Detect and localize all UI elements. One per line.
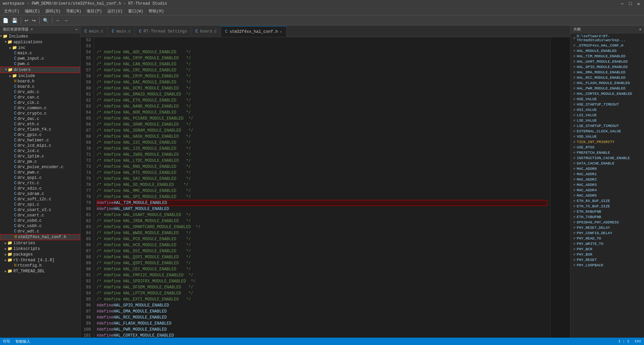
sidebar-item-0[interactable]: ▼ 📁 Includes — [0, 33, 80, 39]
sidebar-item-21[interactable]: C drv_lcd.c — [0, 148, 80, 154]
toolbar-back[interactable]: ← — [54, 17, 62, 24]
right-panel-item-39[interactable]: # PHY_BCR — [571, 247, 644, 252]
sidebar-item-41[interactable]: ▶ 📁 rt-thread [4.1.0] — [0, 257, 80, 263]
right-panel-item-10[interactable]: # HAL_CORTEX_MODULE_ENABLED — [571, 91, 644, 96]
sidebar-item-20[interactable]: C drv_lcd_mipi.c — [0, 143, 80, 148]
tab-2[interactable]: C RT-Thread Settings — [135, 26, 192, 37]
sidebar-item-22[interactable]: C drv_lptim.c — [0, 154, 80, 159]
sidebar-item-36[interactable]: C drv_wdt.c — [0, 229, 80, 234]
right-panel-item-13[interactable]: # HSI_VALUE — [571, 107, 644, 113]
sidebar-item-40[interactable]: ▶ 📁 packages — [0, 252, 80, 257]
maximize-button[interactable]: □ — [628, 1, 633, 7]
right-panel-item-35[interactable]: # PHY_RESET_DELAY — [571, 225, 644, 230]
menu-item-h[interactable]: 帮助(H) — [146, 8, 167, 15]
toolbar-forward[interactable]: → — [62, 17, 70, 24]
sidebar-item-18[interactable]: C drv_gpio.c — [0, 132, 80, 138]
right-panel-item-8[interactable]: # HAL_FLASH_MODULE_ENABLED — [571, 80, 644, 86]
tab-0[interactable]: C main.c — [80, 26, 108, 37]
sidebar-item-1[interactable]: ▼ 📁 applications — [0, 39, 80, 45]
sidebar-item-29[interactable]: C drv_sdram.c — [0, 191, 80, 197]
sidebar-item-30[interactable]: C drv_soft_i2c.c — [0, 197, 80, 202]
right-panel-item-42[interactable]: # PHY_LOOPBACK — [571, 263, 644, 268]
code-area[interactable]: /* #define HAL_ADC_MODULE_ENABLED *//* #… — [94, 37, 550, 338]
right-panel-item-31[interactable]: # ETH_TX_BUF_SIZE — [571, 204, 644, 209]
right-panel-item-15[interactable]: # LSE_VALUE — [571, 118, 644, 123]
sidebar-item-34[interactable]: C drv_usbd.c — [0, 218, 80, 223]
tab-close-4[interactable]: ✕ — [280, 30, 282, 34]
sidebar-item-19[interactable]: C drv_hwtimer.c — [0, 138, 80, 143]
sidebar-item-3[interactable]: C main.c — [0, 51, 80, 56]
menu-item-w[interactable]: 窗口(W) — [125, 8, 146, 15]
menu-item-e[interactable]: 编辑(E) — [22, 8, 43, 15]
menu-item-n[interactable]: 导航(N) — [63, 8, 84, 15]
right-panel-item-1[interactable]: # _STM32F4xx_HAL_CONF_H — [571, 43, 644, 48]
right-panel-item-27[interactable]: # MAC_ADDR3 — [571, 182, 644, 188]
right-panel-item-5[interactable]: # HAL_GPIO_MODULE_ENABLED — [571, 64, 644, 70]
close-button[interactable]: ✕ — [636, 1, 641, 7]
sidebar-item-5[interactable]: C pwm.c — [0, 61, 80, 67]
right-panel-item-33[interactable]: # ETH_TXBUFNB — [571, 214, 644, 220]
right-panel-item-25[interactable]: # MAC_ADDR1 — [571, 171, 644, 177]
sidebar-item-7[interactable]: ▶ 📁 include — [0, 73, 80, 79]
right-panel-item-24[interactable]: # MAC_ADDR0 — [571, 166, 644, 171]
toolbar-save[interactable]: 💾 — [10, 17, 19, 24]
right-panel-item-14[interactable]: # LSI_VALUE — [571, 113, 644, 118]
sidebar-item-17[interactable]: C drv_flash_f4.c — [0, 127, 80, 132]
right-panel-item-18[interactable]: # VDD_VALUE — [571, 134, 644, 139]
sidebar-item-24[interactable]: C drv_pulse_encoder.c — [0, 164, 80, 170]
window-controls[interactable]: — □ ✕ — [620, 1, 641, 7]
right-panel-item-0[interactable]: # D:\software\RT-ThreadStudio\worksp... — [571, 33, 644, 43]
right-panel-item-17[interactable]: # EXTERNAL_CLOCK_VALUE — [571, 129, 644, 134]
right-panel-item-2[interactable]: # HAL_MODULE_ENABLED — [571, 48, 644, 54]
right-panel-item-12[interactable]: # HSE_STARTUP_TIMEOUT — [571, 102, 644, 107]
tab-4[interactable]: C stm32f4xx_hal_conf.h ✕ — [221, 26, 286, 37]
menu-item-p[interactable]: 项目(P) — [84, 8, 105, 15]
right-panel-item-3[interactable]: # HAL_TIM_MODULE_ENABLED — [571, 54, 644, 59]
menu-item-f[interactable]: 文件(F) — [1, 8, 22, 15]
right-panel-close[interactable]: ✕ — [639, 27, 641, 31]
sidebar-item-37[interactable]: H stm32f4xx_hal_conf.h — [0, 234, 80, 240]
sidebar-item-27[interactable]: C drv_rtc.c — [0, 181, 80, 186]
right-panel-item-36[interactable]: # PHY_CONFIG_DELAY — [571, 230, 644, 236]
sidebar-item-11[interactable]: C drv_can.c — [0, 95, 80, 100]
sidebar-item-12[interactable]: C drv_clk.c — [0, 100, 80, 106]
right-panel-item-21[interactable]: # PREFETCH_ENABLE — [571, 150, 644, 155]
sidebar-item-23[interactable]: C drv_pm.c — [0, 159, 80, 164]
menu-item-s[interactable]: 源码(S) — [43, 8, 63, 15]
editor-content[interactable]: 5253545556575859606162636465666768697071… — [80, 37, 570, 338]
right-panel-item-16[interactable]: # LSE_STARTUP_TIMEOUT — [571, 123, 644, 129]
sidebar-item-26[interactable]: C drv_qspi.c — [0, 175, 80, 181]
sidebar-item-39[interactable]: ▶ 📁 linkscripts — [0, 246, 80, 252]
right-panel-item-22[interactable]: # INSTRUCTION_CACHE_ENABLE — [571, 155, 644, 161]
right-panel-item-28[interactable]: # MAC_ADDR4 — [571, 188, 644, 193]
right-panel-item-32[interactable]: # ETH_RXBUFNB — [571, 209, 644, 214]
sidebar-item-2[interactable]: ▶ 📁 inc — [0, 45, 80, 51]
sidebar-item-14[interactable]: C drv_crypto.c — [0, 111, 80, 116]
right-panel-item-23[interactable]: # DATA_CACHE_ENABLE — [571, 161, 644, 166]
sidebar-item-15[interactable]: C drv_dac.c — [0, 116, 80, 122]
sidebar-item-10[interactable]: C drv_adc.c — [0, 89, 80, 95]
right-panel-item-26[interactable]: # MAC_ADDR2 — [571, 177, 644, 182]
sidebar-item-42[interactable]: H rtconfig.h — [0, 263, 80, 268]
right-panel-item-20[interactable]: # USE_RTOS — [571, 145, 644, 150]
right-panel-item-37[interactable]: # PHY_READ_TO — [571, 236, 644, 241]
toolbar-redo[interactable]: ↪ — [31, 17, 37, 24]
sidebar-item-28[interactable]: C drv_sdio.c — [0, 186, 80, 191]
right-panel-item-41[interactable]: # PHY_RESET — [571, 257, 644, 263]
sidebar-item-35[interactable]: C drv_usbh.c — [0, 223, 80, 229]
sidebar-item-31[interactable]: C drv_spi.c — [0, 202, 80, 207]
right-panel-item-11[interactable]: # HSE_VALUE — [571, 96, 644, 102]
sidebar-item-43[interactable]: ▶ 📁 RT_THREAD_DDL — [0, 268, 80, 274]
right-panel-item-29[interactable]: # MAC_ADDR5 — [571, 193, 644, 198]
right-panel-item-7[interactable]: # HAL_RCC_MODULE_ENABLED — [571, 75, 644, 80]
minimize-button[interactable]: — — [620, 1, 625, 7]
sidebar-item-25[interactable]: C drv_pwm.c — [0, 170, 80, 175]
sidebar-item-6[interactable]: ▼ 📁 drivers — [0, 67, 80, 73]
right-panel-item-38[interactable]: # PHY_WRITE_TO — [571, 241, 644, 247]
right-panel-item-4[interactable]: # HAL_UART_MODULE_ENABLED — [571, 59, 644, 64]
sidebar-item-9[interactable]: C board.c — [0, 84, 80, 89]
sidebar-item-8[interactable]: H board.h — [0, 79, 80, 84]
right-panel-item-19[interactable]: # TICK_INT_PRIORITY — [571, 139, 644, 145]
right-panel-item-6[interactable]: # HAL_DMA_MODULE_ENABLED — [571, 70, 644, 75]
sidebar-controls[interactable]: ⋯ — [75, 27, 77, 31]
